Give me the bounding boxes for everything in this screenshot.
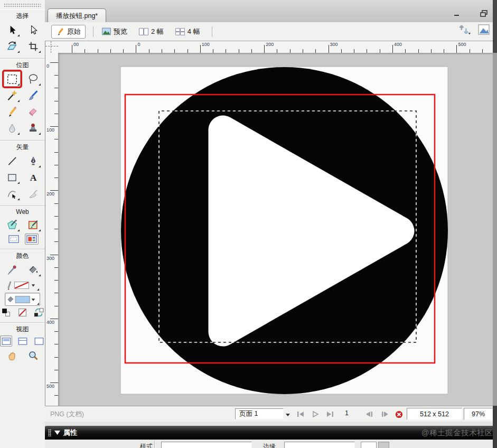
tool-row (0, 88, 45, 103)
marquee-tool[interactable] (4, 71, 21, 87)
zoom-level-field[interactable]: 97% (464, 408, 493, 420)
page-select[interactable]: 页面 1 (235, 408, 284, 419)
thumbnail-icon (478, 24, 490, 35)
pointer-tool[interactable] (4, 22, 21, 38)
first-frame-icon (297, 411, 304, 417)
default-colors-tool[interactable] (0, 307, 12, 318)
line-tool[interactable] (4, 153, 21, 169)
eyedropper-tool[interactable] (4, 262, 21, 277)
scale-tool[interactable] (4, 39, 21, 54)
brush-icon (27, 90, 39, 101)
panel-grip[interactable] (4, 3, 41, 8)
restore-button[interactable] (478, 9, 490, 17)
ruler-tick (50, 62, 58, 63)
window-full-tool[interactable] (33, 335, 45, 347)
minimize-icon (454, 10, 460, 16)
pencil-tool[interactable] (4, 104, 21, 119)
ruler-tick (54, 241, 58, 242)
blur-icon (7, 123, 17, 134)
zoom-level-value: 97% (472, 410, 485, 418)
pen-tool[interactable] (25, 153, 42, 169)
next-frame-button[interactable] (380, 410, 390, 418)
no-color-tool[interactable] (16, 307, 29, 318)
ruler-tick (482, 49, 483, 53)
tool-section-2: 位图 (0, 58, 45, 140)
first-frame-button[interactable] (295, 410, 306, 418)
style-dropdown[interactable] (161, 442, 252, 448)
edge-stepper[interactable] (378, 442, 389, 448)
v-ruler-label: 400 (46, 320, 54, 325)
page-select-arrow[interactable] (285, 411, 290, 418)
magic-wand-tool[interactable] (4, 88, 21, 103)
tool-section-label: 矢量 (0, 143, 45, 152)
play-button[interactable] (310, 410, 321, 418)
original-view-button[interactable]: 原始 (51, 25, 86, 39)
blur-tool[interactable] (4, 120, 21, 136)
stroke-color-tool[interactable] (5, 278, 40, 292)
knife-icon (28, 189, 39, 199)
window-normal-tool[interactable] (0, 335, 12, 347)
page-select-value: 页面 1 (239, 409, 258, 418)
text-tool[interactable]: A (25, 170, 42, 185)
eraser-tool[interactable] (25, 104, 42, 119)
fill-color-tool[interactable] (5, 293, 40, 306)
last-frame-button[interactable] (325, 410, 335, 418)
v-ruler-label: 500 (46, 384, 54, 389)
ruler-origin[interactable] (45, 41, 59, 53)
paint-bucket-tool[interactable] (25, 262, 42, 277)
tools-panel: 选择位图矢量AWeb颜色视图 (0, 0, 45, 448)
preview-view-button[interactable]: 预览 (98, 25, 132, 38)
document-tab[interactable]: 播放按钮.png* (48, 8, 106, 23)
previous-frame-button[interactable] (364, 410, 374, 418)
ruler-tick (367, 49, 367, 53)
next-frame-icon (381, 411, 389, 417)
four-up-icon (175, 28, 185, 35)
window-edge (493, 0, 497, 53)
freeform-tool[interactable] (4, 186, 21, 201)
stop-button[interactable] (393, 410, 404, 418)
edge-amount-field[interactable] (361, 442, 377, 448)
zoom-tool[interactable] (25, 348, 42, 363)
brush-tool[interactable] (25, 88, 42, 103)
window-menus-tool[interactable] (16, 335, 29, 347)
two-up-view-button[interactable]: 2 幅 (135, 25, 168, 38)
two-up-icon (139, 28, 148, 35)
play-icon (312, 411, 319, 417)
rectangle-tool[interactable] (4, 170, 21, 185)
horizontal-ruler[interactable]: 000100200300400500 (58, 41, 493, 53)
ruler-tick (149, 49, 149, 53)
edge-dropdown[interactable] (284, 442, 355, 448)
hide-hotspots-tool[interactable] (7, 234, 21, 245)
ruler-tick (54, 357, 58, 358)
divider (154, 441, 155, 448)
import-export-icon (458, 24, 471, 35)
hotspot-tool[interactable] (4, 217, 21, 232)
vertical-ruler[interactable]: 0100200300400500 (45, 53, 59, 406)
knife-tool[interactable] (25, 186, 42, 201)
show-hotspots-tool[interactable] (25, 234, 39, 245)
ruler-tick (54, 395, 58, 396)
hand-tool[interactable] (4, 348, 21, 363)
page-thumbnail-button[interactable] (478, 24, 490, 37)
swap-colors-tool[interactable] (33, 307, 45, 318)
minimize-button[interactable] (451, 9, 463, 17)
import-export-button[interactable] (458, 24, 471, 37)
document-canvas[interactable] (58, 53, 493, 406)
restore-icon (480, 10, 487, 17)
crop-tool[interactable] (25, 39, 42, 54)
subselection-tool[interactable] (25, 22, 42, 38)
preview-view-label: 预览 (114, 27, 127, 36)
ruler-tick (72, 45, 72, 53)
properties-panel-header[interactable]: 属性 @稀土掘金技术社区 (45, 426, 497, 440)
toolbar-right-icons (458, 24, 490, 37)
tool-section-4: Web (0, 206, 45, 249)
four-up-view-button[interactable]: 4 幅 (171, 25, 204, 38)
lasso-tool[interactable] (25, 71, 42, 87)
ruler-tick (251, 49, 252, 53)
properties-grip (48, 429, 51, 436)
hide-hotspots-icon (8, 235, 19, 243)
ruler-tick (162, 49, 162, 53)
tool-row (0, 71, 45, 87)
rubber-stamp-tool[interactable] (25, 120, 42, 136)
slice-tool[interactable] (25, 217, 42, 232)
